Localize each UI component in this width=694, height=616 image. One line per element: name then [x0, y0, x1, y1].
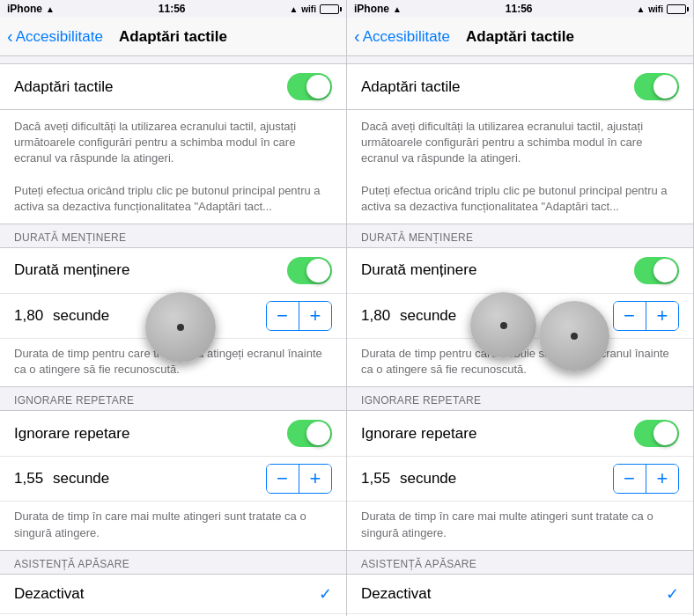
- carrier-name-left: iPhone: [7, 3, 42, 15]
- time-left: 11:56: [159, 3, 186, 15]
- nav-bar-right: ‹ Accesibilitate Adaptări tactile: [347, 18, 693, 56]
- ignore-repeat-header-left: IGNORARE REPETARE: [0, 387, 346, 410]
- assistive-header-right: ASISTENȚĂ APĂSARE: [347, 551, 693, 574]
- content-left: Adaptări tactile Dacă aveți dificultăți …: [0, 56, 346, 616]
- dial-dot-right-2: [571, 333, 578, 340]
- assistive-header-left: ASISTENȚĂ APĂSARE: [0, 551, 346, 574]
- ignore-desc-left: Durata de timp în care mai multe atinger…: [0, 502, 346, 549]
- hold-toggle-row-right: Durată menținere: [347, 248, 693, 294]
- main-toggle-section-left: Adaptări tactile: [0, 63, 346, 110]
- hold-plus-btn-right[interactable]: +: [646, 302, 678, 330]
- hold-minus-btn-left[interactable]: −: [267, 302, 299, 330]
- ignore-toggle-label-left: Ignorare repetare: [14, 425, 129, 443]
- dial-overlay-right-1: [470, 292, 536, 358]
- hold-toggle-row-left: Durată menținere: [0, 248, 346, 294]
- ignore-stepper-row-right: 1,55 secunde − +: [347, 457, 693, 502]
- main-toggle-section-right: Adaptări tactile: [347, 63, 693, 110]
- chevron-left-icon-left: ‹: [7, 27, 13, 45]
- nav-bar-left: ‹ Accesibilitate Adaptări tactile: [0, 18, 346, 56]
- signal-icon-right: ▲: [636, 4, 645, 14]
- ignore-repeat-section-right: Ignorare repetare 1,55 secunde − + Durat…: [347, 410, 693, 550]
- description-box-left: Dacă aveți dificultăți la utilizarea ecr…: [0, 110, 346, 224]
- assistive-section-right: Dezactivat ✓ Utilizați poziția Apăsare i…: [347, 574, 693, 616]
- back-button-right[interactable]: ‹ Accesibilitate: [354, 28, 450, 46]
- carrier-name-right: iPhone: [354, 3, 389, 15]
- description-text-left: Dacă aveți dificultăți la utilizarea ecr…: [14, 119, 332, 167]
- hold-toggle-label-left: Durată menținere: [14, 261, 129, 279]
- description-text2-right: Puteți efectua oricând triplu clic pe bu…: [361, 183, 679, 215]
- ignore-desc-right: Durata de timp în care mai multe atinger…: [347, 502, 693, 549]
- main-toggle-row-right: Adaptări tactile: [347, 64, 693, 109]
- back-label-left: Accesibilitate: [16, 28, 103, 46]
- description-box-right: Dacă aveți dificultăți la utilizarea ecr…: [347, 110, 693, 224]
- main-toggle-row-left: Adaptări tactile: [0, 64, 346, 109]
- main-toggle-label-right: Adaptări tactile: [361, 78, 460, 96]
- hold-duration-header-left: DURATĂ MENȚINERE: [0, 224, 346, 247]
- ignore-unit-right: secunde: [400, 470, 456, 488]
- description-text-right: Dacă aveți dificultăți la utilizarea ecr…: [361, 119, 679, 167]
- hold-toggle-label-right: Durată menținere: [361, 261, 476, 279]
- time-right: 11:56: [506, 3, 533, 15]
- hold-stepper-controls-left: − +: [266, 301, 333, 331]
- wifi-icon-left: ▲: [46, 4, 55, 14]
- ignore-stepper-row-left: 1,55 secunde − +: [0, 457, 346, 502]
- signal-icon-left: ▲: [289, 4, 298, 14]
- hold-duration-header-right: DURATĂ MENȚINERE: [347, 224, 693, 247]
- ignore-value-left: 1,55: [14, 470, 49, 488]
- ignore-toggle-label-right: Ignorare repetare: [361, 425, 476, 443]
- main-toggle-label-left: Adaptări tactile: [14, 78, 113, 96]
- assistive-section-left: Dezactivat ✓ Utilizați poziția Apăsare i…: [0, 574, 346, 616]
- battery-icon-left: [320, 4, 339, 14]
- ignore-repeat-section-left: Ignorare repetare 1,55 secunde − + Durat…: [0, 410, 346, 550]
- wifi-icon2-right: wifi: [648, 4, 663, 14]
- hold-toggle-switch-left[interactable]: [287, 257, 332, 284]
- list-label-dezactivat-right: Dezactivat: [361, 585, 431, 603]
- list-item-dezactivat-left[interactable]: Dezactivat ✓: [0, 575, 346, 614]
- ignore-stepper-controls-left: − +: [266, 464, 333, 494]
- ignore-plus-btn-right[interactable]: +: [646, 465, 678, 493]
- description-text2-left: Puteți efectua oricând triplu clic pe bu…: [14, 183, 332, 215]
- main-toggle-switch-right[interactable]: [634, 73, 679, 100]
- content-right: Adaptări tactile Dacă aveți dificultăți …: [347, 56, 693, 616]
- hold-unit-right: secunde: [400, 307, 456, 325]
- checkmark-dezactivat-left: ✓: [319, 584, 332, 604]
- ignore-unit-left: secunde: [53, 470, 109, 488]
- ignore-minus-btn-right[interactable]: −: [614, 465, 646, 493]
- dial-dot-right-1: [500, 322, 507, 329]
- dial-overlay-left: [145, 292, 216, 363]
- hold-value-right: 1,80: [361, 307, 396, 325]
- list-item-dezactivat-right[interactable]: Dezactivat ✓: [347, 575, 693, 614]
- main-toggle-switch-left[interactable]: [287, 73, 332, 100]
- hold-plus-btn-left[interactable]: +: [299, 302, 331, 330]
- back-button-left[interactable]: ‹ Accesibilitate: [7, 28, 103, 46]
- right-panel: iPhone ▲ 11:56 ▲ wifi ‹ Accesibilitate A…: [347, 0, 694, 616]
- hold-unit-left: secunde: [53, 307, 109, 325]
- page-title-right: Adaptări tactile: [466, 28, 574, 46]
- ignore-toggle-row-left: Ignorare repetare: [0, 411, 346, 457]
- status-bar-left: iPhone ▲ 11:56 ▲ wifi: [0, 0, 346, 18]
- ignore-plus-btn-left[interactable]: +: [299, 465, 331, 493]
- ignore-toggle-switch-right[interactable]: [634, 420, 679, 447]
- ignore-toggle-row-right: Ignorare repetare: [347, 411, 693, 457]
- ignore-stepper-controls-right: − +: [613, 464, 680, 494]
- left-panel: iPhone ▲ 11:56 ▲ wifi ‹ Accesibilitate A…: [0, 0, 347, 616]
- wifi-icon2-left: wifi: [301, 4, 316, 14]
- hold-stepper-controls-right: − +: [613, 301, 680, 331]
- chevron-left-icon-right: ‹: [354, 27, 360, 45]
- page-title-left: Adaptări tactile: [119, 28, 227, 46]
- ignore-value-right: 1,55: [361, 470, 396, 488]
- hold-minus-btn-right[interactable]: −: [614, 302, 646, 330]
- ignore-repeat-header-right: IGNORARE REPETARE: [347, 387, 693, 410]
- back-label-right: Accesibilitate: [363, 28, 450, 46]
- status-bar-right: iPhone ▲ 11:56 ▲ wifi: [347, 0, 693, 18]
- battery-icon-right: [667, 4, 686, 14]
- list-label-dezactivat-left: Dezactivat: [14, 585, 84, 603]
- dial-overlay-right-2: [539, 301, 609, 371]
- hold-value-left: 1,80: [14, 307, 49, 325]
- ignore-toggle-switch-left[interactable]: [287, 420, 332, 447]
- dial-dot-left: [177, 324, 184, 331]
- wifi-icon-right: ▲: [393, 4, 402, 14]
- ignore-minus-btn-left[interactable]: −: [267, 465, 299, 493]
- hold-toggle-switch-right[interactable]: [634, 257, 679, 284]
- checkmark-dezactivat-right: ✓: [666, 584, 679, 604]
